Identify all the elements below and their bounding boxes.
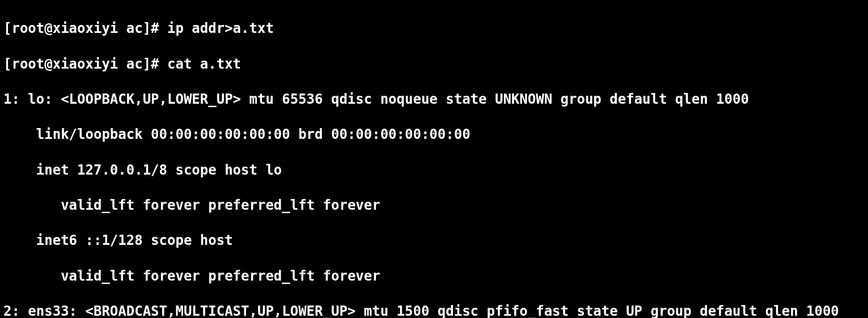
output-line: 2: ens33: <BROADCAST,MULTICAST,UP,LOWER_… xyxy=(3,303,865,318)
prompt-user: root xyxy=(11,56,44,72)
prompt-dir: ac xyxy=(126,20,143,36)
output-line: inet6 ::1/128 scope host xyxy=(3,232,865,249)
command-input-2: cat a.txt xyxy=(167,56,241,72)
output-line: 1: lo: <LOOPBACK,UP,LOWER_UP> mtu 65536 … xyxy=(3,91,865,108)
prompt-suffix: # xyxy=(151,56,159,72)
prompt-host: xiaoxiyi xyxy=(53,56,118,72)
prompt-suffix: # xyxy=(151,20,159,36)
output-line: inet 127.0.0.1/8 scope host lo xyxy=(3,162,865,179)
prompt-dir: ac xyxy=(126,56,143,72)
output-line: link/loopback 00:00:00:00:00:00 brd 00:0… xyxy=(3,126,865,143)
prompt-line-1: [root@xiaoxiyi ac]# ip addr>a.txt xyxy=(3,20,865,37)
prompt-host: xiaoxiyi xyxy=(53,20,118,36)
prompt-user: root xyxy=(11,20,44,36)
terminal-window[interactable]: [root@xiaoxiyi ac]# ip addr>a.txt [root@… xyxy=(0,0,868,318)
output-line: valid_lft forever preferred_lft forever xyxy=(3,268,865,285)
prompt-line-2: [root@xiaoxiyi ac]# cat a.txt xyxy=(3,56,865,73)
output-line: valid_lft forever preferred_lft forever xyxy=(3,197,865,214)
command-input-1: ip addr>a.txt xyxy=(167,20,274,36)
